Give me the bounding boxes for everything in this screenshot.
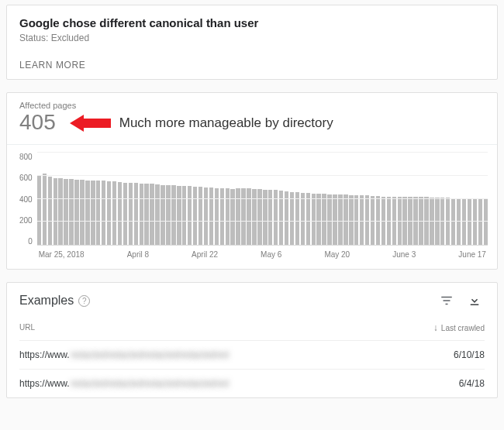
chart-bar [37,176,41,245]
chart-bar [107,181,111,245]
chart-bar [74,180,78,245]
y-tick: 0 [28,237,33,246]
chart-bar [354,195,358,245]
chart-bar [54,178,57,245]
chart-bars [37,153,488,246]
chart-bar [236,188,240,245]
chart-bar [69,179,73,245]
divider [7,144,497,145]
chart-bar [155,184,159,245]
chart-bar [134,183,138,245]
chart-bar [220,188,224,245]
chart-bar [58,178,62,245]
url-prefix: https://www. [19,349,70,360]
table-row[interactable]: https://www.redactedredactedredactedreda… [19,369,485,397]
sort-desc-icon: ↓ [433,323,438,332]
chart-bar [43,174,47,245]
column-url[interactable]: URL [19,323,35,332]
examples-card: Examples ? URL ↓ Last crawled https://ww… [6,282,498,398]
chart-bar [215,188,219,245]
chart-bar [118,182,122,245]
chart-plot: Mar 25, 2018April 8April 22May 6May 20Ju… [37,153,488,261]
chart-bar [312,194,316,245]
chart-bar [96,181,100,245]
chart-x-axis: Mar 25, 2018April 8April 22May 6May 20Ju… [37,250,488,259]
chart-bar [247,188,250,245]
last-crawled-cell: 6/4/18 [459,378,485,389]
url-cell: https://www.redactedredactedredactedreda… [19,378,229,389]
last-crawled-cell: 6/10/18 [454,349,485,360]
chart-bar [123,183,127,245]
chart-bar [140,184,143,245]
learn-more-button[interactable]: LEARN MORE [19,60,85,71]
filter-icon[interactable] [440,294,454,308]
column-last-crawled[interactable]: ↓ Last crawled [433,323,485,332]
x-tick: April 22 [192,250,218,259]
examples-actions [440,294,482,308]
chart-bar [338,194,342,245]
y-tick: 600 [19,174,33,182]
chart-bar [209,187,213,245]
chart-bar [171,185,175,245]
chart-bar [230,189,234,245]
x-tick: April 8 [127,250,149,259]
annotation-arrow-icon [70,115,112,132]
x-tick: June 17 [458,250,486,259]
chart-bar [322,194,326,245]
chart-bar [85,181,89,245]
chart-bar [301,193,305,245]
chart-bar [285,191,288,245]
help-icon[interactable]: ? [78,295,90,307]
examples-header: Examples ? [19,294,485,308]
chart-bar [349,195,353,245]
chart-bar [279,191,283,245]
chart-bar [144,184,148,245]
annotation-text: Much more manageable by directory [119,115,333,131]
chart-bar [343,194,347,245]
chart-bar [166,185,170,245]
chart-bar [64,179,67,245]
download-icon[interactable] [468,294,482,308]
chart-bar [226,188,230,245]
chart-bar [290,192,294,245]
x-tick: May 20 [324,250,350,259]
chart-bar [102,181,105,245]
chart-bar [204,187,208,245]
x-tick: May 6 [261,250,281,259]
examples-columns: URL ↓ Last crawled [19,318,485,340]
chart-bar [365,195,369,245]
chart-bar [333,194,337,245]
url-prefix: https://www. [19,378,70,389]
status-title: Google chose different canonical than us… [19,16,485,29]
table-row[interactable]: https://www.redactedredactedredactedreda… [19,340,485,369]
examples-title-wrap: Examples ? [19,294,90,308]
chart-bar [327,194,331,245]
annotation: Much more manageable by directory [70,115,333,132]
chart-y-axis: 8006004002000 [16,153,37,246]
chart-bar [48,177,52,245]
chart-bar [150,184,154,245]
chart-bar [306,193,310,245]
chart-bar [193,187,197,245]
chart-bar [316,194,320,245]
examples-title: Examples [19,294,74,308]
chart-bar [360,195,364,245]
url-redacted: redactedredactedredactedredactedred [71,378,229,389]
chart-bar [91,181,95,245]
status-subtext: Status: Excluded [19,33,485,43]
status-card: Google chose different canonical than us… [6,5,498,80]
affected-row: 405 Much more manageable by directory [16,110,488,141]
chart-bar [161,185,164,245]
chart-bar [80,180,84,245]
url-cell: https://www.redactedredactedredactedreda… [19,349,229,360]
chart-bar [188,186,192,245]
chart-bar [182,186,186,245]
y-tick: 800 [19,153,33,161]
column-last-crawled-label: Last crawled [441,324,485,332]
chart-area: 8006004002000 Mar 25, 2018April 8April 2… [16,153,488,261]
examples-rows: https://www.redactedredactedredactedreda… [19,340,485,397]
chart-bar [129,183,133,245]
chart-bar [112,181,116,245]
affected-count: 405 [19,110,56,135]
x-tick: Mar 25, 2018 [39,250,85,259]
